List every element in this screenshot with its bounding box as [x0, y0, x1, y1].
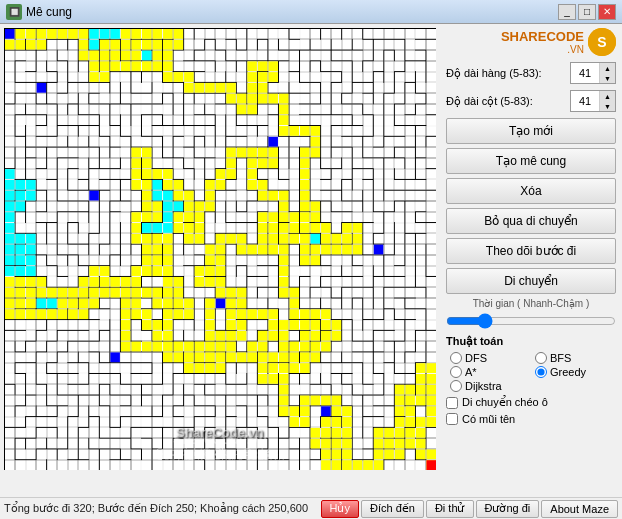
close-button[interactable]: ✕: [598, 4, 616, 20]
algorithm-label: Thuật toán: [446, 335, 616, 348]
bo-qua-button[interactable]: Bỏ qua di chuyển: [446, 208, 616, 234]
status-text: Tổng bước đi 320; Bước đến Đích 250; Kho…: [4, 502, 321, 515]
radio-dijkstra-input[interactable]: [450, 380, 462, 392]
radio-dijkstra-label: Dijkstra: [465, 380, 502, 392]
radio-astar-input[interactable]: [450, 366, 462, 378]
xoa-button[interactable]: Xóa: [446, 178, 616, 204]
arrow-checkbox-item[interactable]: Có mũi tên: [446, 413, 616, 425]
col-label: Độ dài cột (5-83):: [446, 95, 533, 108]
radio-dfs-input[interactable]: [450, 352, 462, 364]
tao-me-cung-button[interactable]: Tạo mê cung: [446, 148, 616, 174]
di-chuyen-button[interactable]: Di chuyển: [446, 268, 616, 294]
logo-icon: S: [588, 28, 616, 56]
row-label: Độ dài hàng (5-83):: [446, 67, 542, 80]
speed-slider-wrap[interactable]: [446, 313, 616, 329]
radio-greedy[interactable]: Greedy: [535, 366, 616, 378]
row-value[interactable]: [571, 67, 599, 79]
radio-dijkstra[interactable]: Dijkstra: [450, 380, 531, 392]
minimize-button[interactable]: _: [558, 4, 576, 20]
diagonal-checkbox[interactable]: [446, 397, 458, 409]
window-icon: 🔲: [6, 4, 22, 20]
speed-label: Thời gian ( Nhanh-Chậm ): [446, 298, 616, 309]
radio-greedy-label: Greedy: [550, 366, 586, 378]
speed-slider[interactable]: [446, 313, 616, 329]
maze-area: ShareCode.vn Copyright© ShareCode.vn: [0, 24, 440, 474]
radio-bfs-label: BFS: [550, 352, 571, 364]
radio-greedy-input[interactable]: [535, 366, 547, 378]
col-spinner[interactable]: ▲ ▼: [570, 90, 616, 112]
tao-moi-button[interactable]: Tạo mới: [446, 118, 616, 144]
title-bar: 🔲 Mê cung _ □ ✕: [0, 0, 622, 24]
radio-astar[interactable]: A*: [450, 366, 531, 378]
col-value[interactable]: [571, 95, 599, 107]
radio-dfs-label: DFS: [465, 352, 487, 364]
road-button[interactable]: Đường đi: [476, 500, 540, 518]
logo-area: SHARECODE .VN S: [446, 28, 616, 56]
theo-doi-button[interactable]: Theo dõi bước đi: [446, 238, 616, 264]
window-controls: _ □ ✕: [558, 4, 616, 20]
col-up-btn[interactable]: ▲: [599, 91, 615, 101]
col-down-btn[interactable]: ▼: [599, 101, 615, 111]
row-field-row: Độ dài hàng (5-83): ▲ ▼: [446, 62, 616, 84]
row-up-btn[interactable]: ▲: [599, 63, 615, 73]
go-button[interactable]: Đi thử: [426, 500, 474, 518]
radio-bfs-input[interactable]: [535, 352, 547, 364]
arrow-label: Có mũi tên: [462, 413, 515, 425]
logo-sub: .VN: [501, 44, 584, 55]
about-button[interactable]: About Maze: [541, 500, 618, 518]
algorithm-radio-group: DFS BFS A* Greedy Dijkstra: [450, 352, 616, 392]
row-spinner[interactable]: ▲ ▼: [570, 62, 616, 84]
main-content: ShareCode.vn Copyright© ShareCode.vn SHA…: [0, 24, 622, 497]
run-button[interactable]: Hủy: [321, 500, 359, 518]
window-title: Mê cung: [26, 5, 72, 19]
arrow-checkbox[interactable]: [446, 413, 458, 425]
start-button[interactable]: Đích đến: [361, 500, 424, 518]
maze-canvas: ShareCode.vn Copyright© ShareCode.vn: [4, 28, 436, 470]
row-down-btn[interactable]: ▼: [599, 73, 615, 83]
diagonal-label: Di chuyển chéo ô: [462, 396, 548, 409]
svg-text:S: S: [597, 34, 606, 50]
status-buttons: Hủy Đích đến Đi thử Đường đi About Maze: [321, 500, 619, 518]
diagonal-checkbox-item[interactable]: Di chuyển chéo ô: [446, 396, 616, 409]
radio-dfs[interactable]: DFS: [450, 352, 531, 364]
radio-bfs[interactable]: BFS: [535, 352, 616, 364]
status-bar: Tổng bước đi 320; Bước đến Đích 250; Kho…: [0, 497, 622, 519]
col-field-row: Độ dài cột (5-83): ▲ ▼: [446, 90, 616, 112]
radio-astar-label: A*: [465, 366, 477, 378]
maximize-button[interactable]: □: [578, 4, 596, 20]
logo-text: SHARECODE: [501, 29, 584, 44]
right-panel: SHARECODE .VN S Độ dài hàng (5-83): ▲ ▼: [440, 24, 622, 497]
